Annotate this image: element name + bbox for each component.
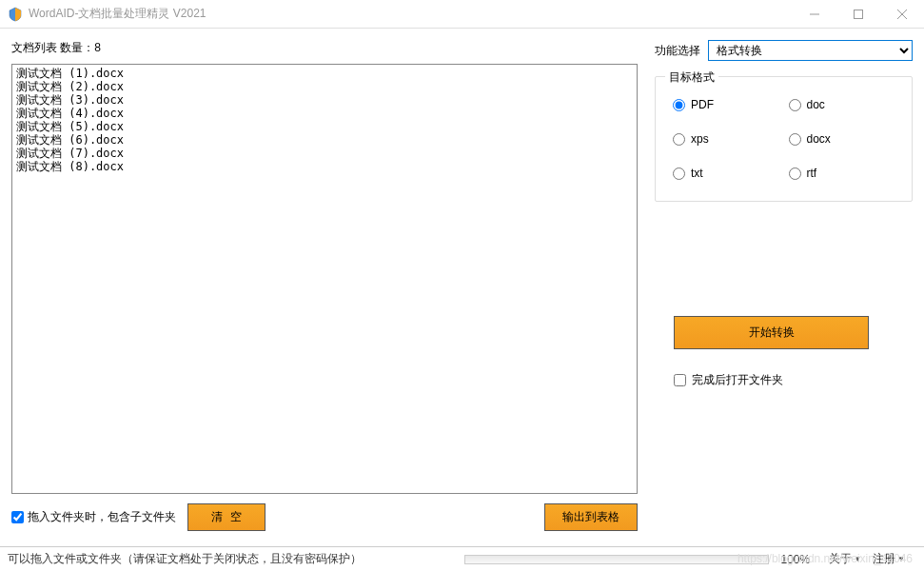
- list-item[interactable]: 测试文档 (5).docx: [16, 120, 633, 133]
- format-radio-txt-input[interactable]: [673, 167, 685, 180]
- include-subfolders-checkbox[interactable]: 拖入文件夹时，包含子文件夹: [11, 509, 176, 525]
- format-radio-pdf-input[interactable]: [673, 99, 685, 111]
- right-panel: 功能选择 格式转换 目标格式 PDF doc xps: [638, 40, 913, 531]
- format-radio-grid: PDF doc xps docx txt: [673, 98, 895, 180]
- start-convert-button[interactable]: 开始转换: [674, 316, 869, 349]
- export-table-button[interactable]: 输出到表格: [544, 503, 638, 531]
- minimize-button[interactable]: [793, 0, 836, 29]
- list-item[interactable]: 测试文档 (8).docx: [16, 160, 633, 173]
- format-radio-pdf[interactable]: PDF: [673, 98, 779, 111]
- status-hint: 可以拖入文件或文件夹（请保证文档处于关闭状态，且没有密码保护）: [8, 551, 464, 567]
- format-radio-xps-label: xps: [691, 132, 709, 146]
- target-format-title: 目标格式: [665, 69, 718, 86]
- format-radio-doc-input[interactable]: [789, 99, 801, 111]
- window-title: WordAID-文档批量处理精灵 V2021: [29, 6, 793, 22]
- main-content: 文档列表 数量：8 测试文档 (1).docx测试文档 (2).docx测试文档…: [0, 29, 924, 542]
- format-radio-doc-label: doc: [807, 98, 825, 111]
- format-radio-docx[interactable]: docx: [789, 132, 895, 146]
- register-label: 注册: [873, 551, 895, 567]
- app-icon: [8, 7, 23, 22]
- format-radio-xps[interactable]: xps: [673, 132, 779, 146]
- list-item[interactable]: 测试文档 (1).docx: [16, 67, 633, 80]
- format-radio-doc[interactable]: doc: [789, 98, 895, 111]
- clear-button[interactable]: 清空: [187, 503, 265, 531]
- target-format-group: 目标格式 PDF doc xps docx: [655, 76, 913, 202]
- list-item[interactable]: 测试文档 (4).docx: [16, 107, 633, 120]
- register-menu[interactable]: 注册 ▼: [873, 551, 905, 567]
- progress-bar: [464, 555, 769, 564]
- include-subfolders-label: 拖入文件夹时，包含子文件夹: [28, 509, 176, 525]
- statusbar: 可以拖入文件或文件夹（请保证文档处于关闭状态，且没有密码保护） 100% 关于 …: [0, 546, 924, 571]
- left-bottom-bar: 拖入文件夹时，包含子文件夹 清空 输出到表格: [11, 503, 638, 531]
- format-radio-rtf-label: rtf: [807, 167, 817, 180]
- about-label: 关于: [829, 551, 852, 567]
- svg-rect-1: [855, 10, 863, 18]
- progress-percent: 100%: [780, 553, 810, 566]
- window-controls: [793, 0, 924, 29]
- function-select-row: 功能选择 格式转换: [655, 40, 913, 61]
- list-label: 文档列表 数量：8: [11, 40, 638, 56]
- list-item[interactable]: 测试文档 (6).docx: [16, 133, 633, 147]
- format-radio-pdf-label: PDF: [691, 98, 714, 111]
- format-radio-xps-input[interactable]: [673, 133, 685, 146]
- include-subfolders-input[interactable]: [11, 511, 24, 523]
- format-radio-docx-label: docx: [807, 132, 831, 146]
- left-panel: 文档列表 数量：8 测试文档 (1).docx测试文档 (2).docx测试文档…: [11, 40, 638, 531]
- chevron-down-icon: ▼: [854, 555, 861, 563]
- format-radio-txt[interactable]: txt: [673, 167, 779, 180]
- function-select-label: 功能选择: [655, 43, 700, 59]
- about-menu[interactable]: 关于 ▼: [829, 551, 861, 567]
- list-item[interactable]: 测试文档 (7).docx: [16, 147, 633, 160]
- format-radio-txt-label: txt: [691, 167, 703, 180]
- open-folder-after-input[interactable]: [674, 374, 686, 386]
- chevron-down-icon: ▼: [897, 555, 905, 563]
- close-button[interactable]: [880, 0, 924, 29]
- format-radio-rtf[interactable]: rtf: [789, 167, 895, 180]
- list-item[interactable]: 测试文档 (3).docx: [16, 93, 633, 107]
- open-folder-after-label: 完成后打开文件夹: [692, 372, 783, 388]
- titlebar: WordAID-文档批量处理精灵 V2021: [0, 0, 924, 29]
- file-list[interactable]: 测试文档 (1).docx测试文档 (2).docx测试文档 (3).docx测…: [11, 64, 638, 494]
- open-folder-after-checkbox[interactable]: 完成后打开文件夹: [674, 372, 913, 388]
- list-item[interactable]: 测试文档 (2).docx: [16, 80, 633, 93]
- function-select[interactable]: 格式转换: [708, 40, 913, 61]
- format-radio-docx-input[interactable]: [789, 133, 801, 146]
- maximize-button[interactable]: [836, 0, 880, 29]
- format-radio-rtf-input[interactable]: [789, 167, 801, 180]
